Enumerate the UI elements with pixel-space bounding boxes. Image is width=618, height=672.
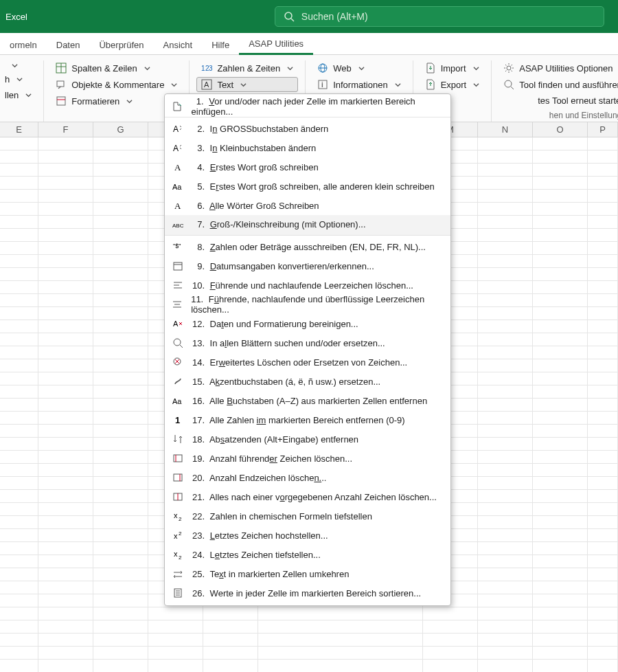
grid-cell[interactable] (38, 412, 93, 425)
grid-cell[interactable] (533, 190, 588, 203)
menu-item-25[interactable]: 25. Text in markierten Zellen umkehren (165, 564, 450, 583)
grid-cell[interactable] (478, 438, 533, 451)
grid-cell[interactable] (38, 229, 93, 242)
grid-cell[interactable] (93, 294, 148, 307)
menu-item-8[interactable]: "$"8. Zahlen oder Beträge ausschreiben (… (165, 237, 450, 256)
grid-cell[interactable] (93, 372, 148, 385)
grid-cell[interactable] (0, 529, 38, 542)
grid-cell[interactable] (533, 294, 588, 307)
grid-cell[interactable] (38, 529, 93, 542)
grid-cell[interactable] (478, 372, 533, 385)
grid-cell[interactable] (93, 490, 148, 503)
grid-cell[interactable] (38, 647, 93, 660)
grid-cell[interactable] (423, 607, 478, 620)
grid-cell[interactable] (38, 372, 93, 385)
grid-cell[interactable] (0, 568, 38, 581)
grid-cell[interactable] (478, 477, 533, 490)
grid-cell[interactable] (0, 385, 38, 399)
btn-export[interactable]: Export (420, 77, 485, 92)
grid-cell[interactable] (478, 150, 533, 164)
menu-item-4[interactable]: A4. Erstes Wort groß schreiben (165, 157, 450, 177)
grid-cell[interactable] (0, 607, 38, 620)
tab-ueberpruefen[interactable]: Überprüfen (89, 40, 153, 54)
grid-cell[interactable] (588, 320, 618, 333)
grid-cell[interactable] (38, 216, 93, 229)
grid-cell[interactable] (93, 320, 148, 333)
grid-cell[interactable] (0, 516, 38, 529)
grid-cell[interactable] (478, 620, 533, 634)
grid-cell[interactable] (0, 399, 38, 412)
grid-cell[interactable] (478, 216, 533, 229)
grid-cell[interactable] (478, 320, 533, 333)
grid-cell[interactable] (533, 399, 588, 412)
grid-cell[interactable] (478, 190, 533, 203)
menu-item-5[interactable]: Aa5. Erstes Wort groß schreiben, alle an… (165, 177, 450, 196)
grid-cell[interactable] (38, 346, 93, 359)
grid-cell[interactable] (588, 229, 618, 242)
grid-cell[interactable] (588, 216, 618, 229)
grid-cell[interactable] (0, 216, 38, 229)
grid-cell[interactable] (588, 203, 618, 216)
grid-cell[interactable] (588, 372, 618, 385)
grid-cell[interactable] (478, 294, 533, 307)
grid-cell[interactable] (588, 150, 618, 164)
grid-cell[interactable] (588, 137, 618, 150)
grid-cell[interactable] (588, 333, 618, 346)
grid-cell[interactable] (93, 399, 148, 412)
grid-cell[interactable] (588, 242, 618, 255)
grid-cell[interactable] (588, 634, 618, 647)
grid-cell[interactable] (38, 438, 93, 451)
grid-cell[interactable] (38, 268, 93, 281)
grid-cell[interactable] (38, 255, 93, 268)
grid-cell[interactable] (38, 425, 93, 438)
grid-cell[interactable] (478, 399, 533, 412)
grid-cell[interactable] (38, 164, 93, 177)
grid-cell[interactable] (0, 281, 38, 294)
grid-cell[interactable] (38, 203, 93, 216)
btn-formatieren[interactable]: Formatieren (51, 93, 182, 109)
grid-cell[interactable] (588, 346, 618, 359)
btn-letztes-tool[interactable]: tes Tool erneut starten (499, 93, 618, 108)
grid-cell[interactable] (0, 346, 38, 359)
grid-cell[interactable] (533, 412, 588, 425)
grid-cell[interactable] (93, 203, 148, 216)
grid-cell[interactable] (38, 281, 93, 294)
grid-cell[interactable] (0, 464, 38, 477)
grid-cell[interactable] (258, 607, 423, 620)
grid-cell[interactable] (478, 425, 533, 438)
grid-cell[interactable] (93, 412, 148, 425)
menu-item-20[interactable]: 20. Anzahl Endzeichen löschen... (165, 468, 450, 487)
grid-cell[interactable] (93, 346, 148, 359)
grid-cell[interactable] (93, 568, 148, 581)
menu-item-24[interactable]: x224. Letztes Zeichen tiefstellen... (165, 545, 450, 564)
grid-cell[interactable] (588, 594, 618, 607)
grid-cell[interactable] (533, 268, 588, 281)
menu-item-3[interactable]: A3. In Kleinbuchstaben ändern (165, 138, 450, 157)
grid-cell[interactable] (588, 464, 618, 477)
btn-objekte-kommentare[interactable]: Objekte & Kommentare (51, 77, 182, 92)
menu-item-1[interactable]: 1. Vor und/oder nach jeder Zelle im mark… (165, 97, 450, 117)
grid-cell[interactable] (533, 438, 588, 451)
grid-cell[interactable] (478, 281, 533, 294)
grid-cell[interactable] (38, 503, 93, 516)
btn-zahlen-zeiten[interactable]: 123Zahlen & Zeiten (196, 60, 298, 76)
grid-cell[interactable] (93, 242, 148, 255)
grid-cell[interactable] (478, 346, 533, 359)
grid-cell[interactable] (478, 177, 533, 190)
grid-cell[interactable] (38, 150, 93, 164)
grid-cell[interactable] (478, 451, 533, 464)
grid-cell[interactable] (588, 516, 618, 529)
grid-cell[interactable] (478, 412, 533, 425)
grid-cell[interactable] (478, 490, 533, 503)
grid-cell[interactable] (0, 372, 38, 385)
grid-cell[interactable] (533, 242, 588, 255)
grid-cell[interactable] (478, 516, 533, 529)
grid-cell[interactable] (148, 620, 203, 634)
grid-cell[interactable] (478, 634, 533, 647)
grid-cell[interactable] (93, 529, 148, 542)
menu-item-6[interactable]: A6. Alle Wörter Groß Schreiben (165, 196, 450, 215)
grid-cell[interactable] (533, 503, 588, 516)
grid-cell[interactable] (533, 229, 588, 242)
grid-cell[interactable] (423, 647, 478, 660)
grid-cell[interactable] (38, 634, 93, 647)
